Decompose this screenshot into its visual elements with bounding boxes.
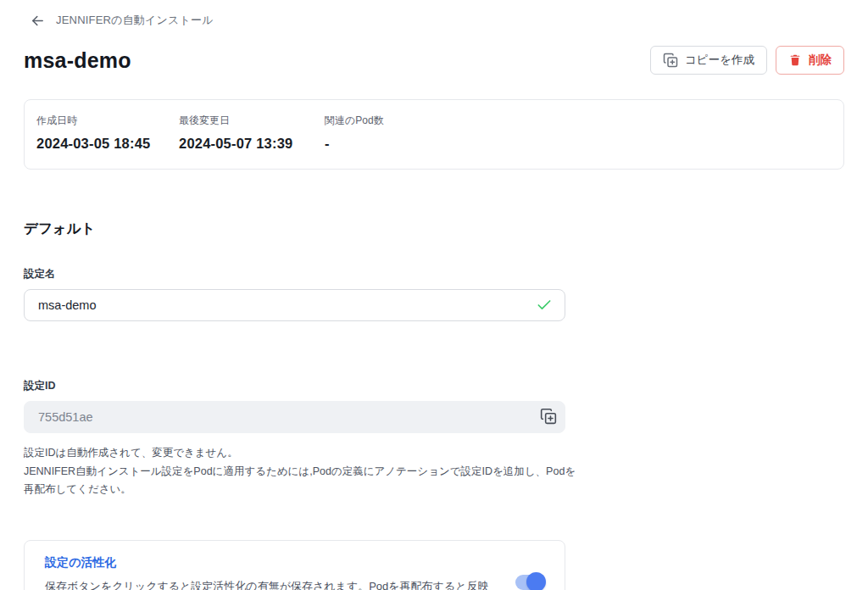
delete-button[interactable]: 削除	[776, 46, 844, 75]
name-field	[24, 289, 565, 321]
activation-card: 設定の活性化 保存ボタンをクリックすると設定活性化の有無が保存されます。Podを…	[24, 540, 565, 590]
activation-texts: 設定の活性化 保存ボタンをクリックすると設定活性化の有無が保存されます。Podを…	[45, 555, 495, 590]
header-actions: コピーを作成 削除	[650, 46, 844, 75]
breadcrumb: JENNIFERの自動インストール	[0, 0, 868, 28]
activation-description: 保存ボタンをクリックすると設定活性化の有無が保存されます。Podを再配布すると反…	[45, 579, 495, 590]
id-field	[24, 401, 565, 433]
trash-icon	[788, 53, 802, 67]
id-field-label: 設定ID	[24, 379, 844, 393]
id-input	[24, 401, 565, 433]
delete-label: 削除	[809, 53, 832, 68]
arrow-left-icon	[31, 14, 45, 28]
main-content: msa-demo コピーを作成 削除 作成日時 2024-03-05 18:45…	[0, 46, 868, 590]
create-copy-button[interactable]: コピーを作成	[650, 46, 767, 75]
meta-created: 作成日時 2024-03-05 18:45	[36, 114, 179, 152]
id-help-line-1: 設定IDは自動作成されて、変更できません。	[24, 444, 580, 463]
meta-pod-count-label: 関連のPod数	[325, 114, 832, 128]
meta-created-label: 作成日時	[36, 114, 179, 128]
name-field-label: 設定名	[24, 267, 844, 281]
breadcrumb-label: JENNIFERの自動インストール	[56, 13, 214, 28]
meta-pod-count-value: -	[325, 136, 832, 152]
copy-plus-icon	[663, 53, 678, 68]
id-help-line-2: JENNIFER自動インストール設定をPodに適用するためには,Podの定義にア…	[24, 463, 580, 499]
meta-modified: 最後変更日 2024-05-07 13:39	[179, 114, 325, 152]
page-title: msa-demo	[24, 48, 131, 73]
meta-card: 作成日時 2024-03-05 18:45 最後変更日 2024-05-07 1…	[24, 99, 844, 170]
copy-plus-icon	[540, 408, 557, 425]
toggle-knob-icon	[526, 572, 546, 590]
create-copy-label: コピーを作成	[685, 53, 754, 68]
title-row: msa-demo コピーを作成 削除	[24, 46, 844, 75]
section-title-default: デフォルト	[24, 220, 844, 238]
meta-modified-label: 最後変更日	[179, 114, 325, 128]
back-button[interactable]	[31, 14, 45, 28]
name-input[interactable]	[24, 289, 565, 321]
copy-id-button[interactable]	[540, 408, 557, 425]
activation-toggle[interactable]	[515, 575, 544, 590]
meta-pod-count: 関連のPod数 -	[325, 114, 832, 152]
meta-modified-value: 2024-05-07 13:39	[179, 136, 325, 152]
activation-title-link[interactable]: 設定の活性化	[45, 555, 495, 571]
meta-created-value: 2024-03-05 18:45	[36, 136, 179, 152]
